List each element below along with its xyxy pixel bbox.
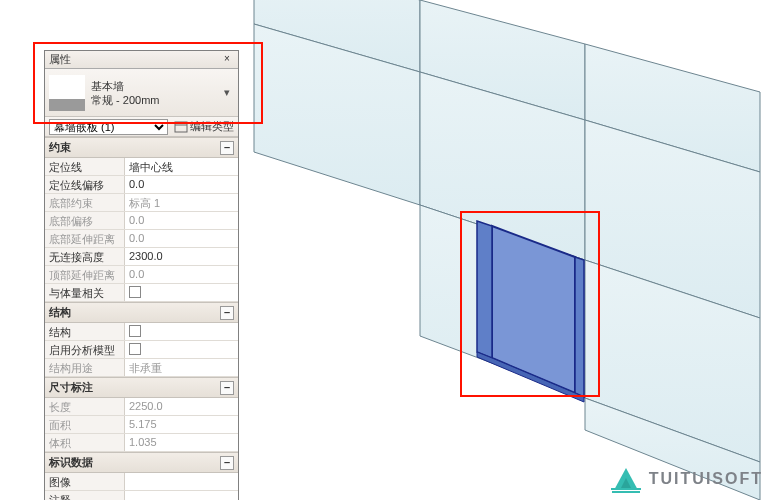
prop-base-extension[interactable]: 底部延伸距离0.0: [45, 230, 238, 248]
prop-analytical-model[interactable]: 启用分析模型: [45, 341, 238, 359]
prop-mass-related[interactable]: 与体量相关: [45, 284, 238, 302]
collapse-icon[interactable]: –: [220, 456, 234, 470]
group-structure[interactable]: 结构 –: [45, 302, 238, 323]
chevron-down-icon[interactable]: ▾: [220, 86, 234, 99]
prop-location-offset[interactable]: 定位线偏移0.0: [45, 176, 238, 194]
prop-notes[interactable]: 注释: [45, 491, 238, 500]
group-constraints[interactable]: 约束 –: [45, 137, 238, 158]
svg-rect-19: [612, 491, 640, 493]
prop-structural-usage[interactable]: 结构用途非承重: [45, 359, 238, 377]
prop-base-constraint[interactable]: 底部约束标高 1: [45, 194, 238, 212]
svg-marker-11: [575, 257, 584, 397]
collapse-icon[interactable]: –: [220, 306, 234, 320]
prop-top-extension[interactable]: 顶部延伸距离0.0: [45, 266, 238, 284]
checkbox-icon[interactable]: [129, 343, 141, 355]
panel-titlebar[interactable]: 属性 ×: [45, 51, 238, 69]
instance-select[interactable]: 幕墙嵌板 (1): [49, 119, 168, 135]
collapse-icon[interactable]: –: [220, 141, 234, 155]
properties-panel: 属性 × 基本墙 常规 - 200mm ▾ 幕墙嵌板 (1) 编辑类型 约束 –: [44, 50, 239, 500]
type-preview-icon: [49, 75, 85, 111]
svg-marker-10: [477, 221, 492, 358]
group-dimensions[interactable]: 尺寸标注 –: [45, 377, 238, 398]
type-text: 基本墙 常规 - 200mm: [91, 79, 220, 107]
panel-title: 属性: [49, 52, 71, 67]
prop-unconnected-height[interactable]: 无连接高度2300.0: [45, 248, 238, 266]
prop-length[interactable]: 长度2250.0: [45, 398, 238, 416]
watermark-text: TUITUISOFT: [649, 470, 763, 488]
prop-location-line[interactable]: 定位线墙中心线: [45, 158, 238, 176]
collapse-icon[interactable]: –: [220, 381, 234, 395]
type-selector[interactable]: 基本墙 常规 - 200mm ▾: [45, 69, 238, 117]
prop-base-offset[interactable]: 底部偏移0.0: [45, 212, 238, 230]
instance-row: 幕墙嵌板 (1) 编辑类型: [45, 117, 238, 137]
svg-rect-18: [611, 488, 641, 490]
watermark-logo: TUITUISOFT: [609, 464, 763, 494]
edit-type-button[interactable]: 编辑类型: [174, 119, 234, 134]
prop-area[interactable]: 面积5.175: [45, 416, 238, 434]
property-list[interactable]: 约束 – 定位线墙中心线 定位线偏移0.0 底部约束标高 1 底部偏移0.0 底…: [45, 137, 238, 500]
close-icon[interactable]: ×: [220, 53, 234, 67]
svg-rect-13: [175, 122, 187, 132]
group-identity[interactable]: 标识数据 –: [45, 452, 238, 473]
prop-image[interactable]: 图像: [45, 473, 238, 491]
prop-volume[interactable]: 体积1.035: [45, 434, 238, 452]
checkbox-icon[interactable]: [129, 286, 141, 298]
prop-structural[interactable]: 结构: [45, 323, 238, 341]
edit-type-label: 编辑类型: [190, 119, 234, 134]
checkbox-icon[interactable]: [129, 325, 141, 337]
